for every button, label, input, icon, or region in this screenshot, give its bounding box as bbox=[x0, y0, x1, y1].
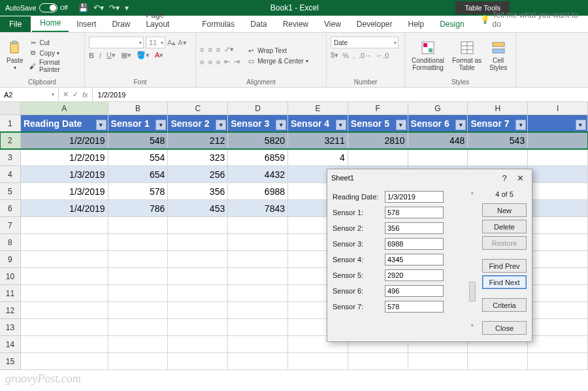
cell[interactable]: 1/4/2019 bbox=[21, 200, 108, 217]
align-bot-icon[interactable]: ≡ bbox=[216, 46, 220, 54]
align-left-icon[interactable]: ≡ bbox=[200, 58, 204, 66]
orientation-icon[interactable]: ⤢▾ bbox=[224, 45, 234, 54]
tab-formulas[interactable]: Formulas bbox=[194, 16, 242, 32]
cell[interactable]: Sensor 7 bbox=[468, 115, 528, 132]
cell[interactable] bbox=[528, 268, 588, 285]
cell-styles-button[interactable]: Cell Styles bbox=[487, 39, 510, 73]
cell[interactable] bbox=[21, 353, 108, 370]
cell[interactable] bbox=[108, 285, 169, 302]
cell[interactable] bbox=[108, 336, 169, 353]
cell[interactable]: 448 bbox=[408, 132, 468, 149]
row-header[interactable]: 9 bbox=[0, 251, 21, 268]
col-header[interactable]: C bbox=[168, 102, 228, 114]
cell[interactable] bbox=[21, 319, 108, 336]
redo-icon[interactable]: ↷▾ bbox=[109, 3, 120, 12]
field-input[interactable] bbox=[385, 285, 444, 297]
paste-button[interactable]: Paste▾ bbox=[4, 39, 26, 73]
cell[interactable] bbox=[528, 319, 588, 336]
cell[interactable]: 578 bbox=[108, 183, 169, 200]
shrink-font-icon[interactable]: A▾ bbox=[178, 39, 186, 47]
field-input[interactable] bbox=[385, 222, 444, 234]
cell[interactable] bbox=[228, 319, 288, 336]
tab-home[interactable]: Home bbox=[32, 15, 69, 32]
cell[interactable]: 323 bbox=[168, 149, 228, 166]
cell[interactable] bbox=[168, 285, 228, 302]
field-input[interactable] bbox=[385, 191, 444, 203]
tab-developer[interactable]: Developer bbox=[349, 16, 400, 32]
cell[interactable]: 1/2/2019 bbox=[21, 132, 108, 149]
cell[interactable]: 4432 bbox=[228, 166, 288, 183]
col-header[interactable]: E bbox=[288, 102, 348, 114]
cell[interactable] bbox=[21, 302, 108, 319]
cell[interactable] bbox=[108, 234, 169, 251]
cell[interactable] bbox=[228, 285, 288, 302]
copy-button[interactable]: ⧉Copy▾ bbox=[29, 48, 80, 58]
row-header[interactable]: 10 bbox=[0, 268, 21, 285]
row-header[interactable]: 11 bbox=[0, 285, 21, 302]
border-button[interactable]: ▦▾ bbox=[121, 51, 131, 60]
cell[interactable]: 212 bbox=[168, 132, 228, 149]
inc-decimal-icon[interactable]: .0→ bbox=[359, 52, 372, 60]
qat-more-icon[interactable]: ▾ bbox=[125, 3, 129, 12]
col-header[interactable]: H bbox=[468, 102, 528, 114]
cell[interactable] bbox=[528, 285, 588, 302]
cell[interactable] bbox=[408, 149, 468, 166]
cell[interactable]: 6859 bbox=[228, 149, 288, 166]
merge-center-button[interactable]: ▭Merge & Center▾ bbox=[246, 56, 308, 65]
col-header[interactable]: D bbox=[228, 102, 288, 114]
row-header[interactable]: 3 bbox=[0, 149, 21, 166]
cell[interactable] bbox=[288, 353, 348, 370]
dialog-titlebar[interactable]: Sheet1 ? ✕ bbox=[327, 169, 532, 186]
percent-icon[interactable]: % bbox=[342, 52, 349, 60]
col-header[interactable]: I bbox=[528, 102, 588, 114]
formula-value[interactable]: 1/2/2019 bbox=[93, 91, 131, 99]
underline-button[interactable]: U▾ bbox=[106, 51, 116, 60]
field-input[interactable] bbox=[385, 207, 444, 218]
cell[interactable] bbox=[168, 353, 228, 370]
cell[interactable] bbox=[21, 336, 108, 353]
close-button[interactable]: Close bbox=[482, 321, 527, 335]
cell[interactable]: 654 bbox=[108, 166, 169, 183]
cell[interactable] bbox=[528, 251, 588, 268]
cell[interactable] bbox=[468, 149, 528, 166]
align-mid-icon[interactable]: ≡ bbox=[208, 46, 212, 54]
number-format-combo[interactable]: Date bbox=[331, 37, 399, 48]
autosave-toggle[interactable]: AutoSave Off bbox=[0, 3, 73, 12]
row-header[interactable]: 14 bbox=[0, 336, 21, 353]
cell[interactable] bbox=[108, 217, 169, 234]
cell[interactable] bbox=[168, 336, 228, 353]
cell[interactable] bbox=[21, 251, 108, 268]
tab-data[interactable]: Data bbox=[242, 16, 274, 32]
cell[interactable] bbox=[21, 217, 108, 234]
cell[interactable]: 554 bbox=[108, 149, 169, 166]
bold-button[interactable]: B bbox=[89, 52, 94, 60]
cell[interactable] bbox=[348, 353, 408, 370]
italic-button[interactable]: I bbox=[99, 52, 101, 60]
cell[interactable]: 356 bbox=[168, 183, 228, 200]
tab-design[interactable]: Design bbox=[432, 16, 472, 32]
cell[interactable] bbox=[408, 353, 468, 370]
cell[interactable] bbox=[108, 302, 169, 319]
cell[interactable] bbox=[228, 353, 288, 370]
cell[interactable]: 7843 bbox=[228, 200, 288, 217]
cell[interactable] bbox=[228, 302, 288, 319]
row-header[interactable]: 13 bbox=[0, 319, 21, 336]
cell[interactable]: 256 bbox=[168, 166, 228, 183]
cell[interactable] bbox=[528, 336, 588, 353]
font-size-combo[interactable]: 11 bbox=[146, 37, 165, 48]
cell[interactable]: Sensor 6 bbox=[408, 115, 468, 132]
cell[interactable]: 453 bbox=[168, 200, 228, 217]
row-header[interactable]: 8 bbox=[0, 234, 21, 251]
indent-inc-icon[interactable]: ⇥ bbox=[234, 58, 240, 66]
cell[interactable] bbox=[168, 319, 228, 336]
cell[interactable] bbox=[528, 302, 588, 319]
field-input[interactable] bbox=[385, 301, 444, 313]
format-painter-button[interactable]: 🖌Format Painter bbox=[29, 59, 80, 73]
cell[interactable] bbox=[528, 353, 588, 370]
wrap-text-button[interactable]: ↩Wrap Text bbox=[246, 46, 308, 55]
currency-icon[interactable]: $▾ bbox=[331, 51, 338, 60]
cell[interactable] bbox=[528, 115, 588, 132]
comma-icon[interactable]: , bbox=[353, 52, 355, 60]
cell[interactable] bbox=[228, 234, 288, 251]
new-button[interactable]: New bbox=[482, 203, 527, 217]
